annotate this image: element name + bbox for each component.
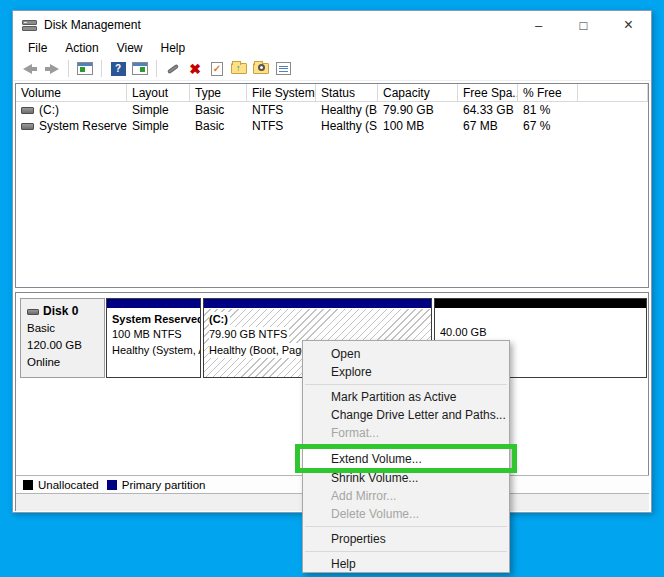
disk-type: Basic bbox=[27, 320, 98, 337]
legend-unallocated: Unallocated bbox=[23, 479, 99, 491]
partition-size: 79.90 GB NTFS bbox=[209, 327, 289, 342]
partition-name: System Reserved bbox=[112, 312, 195, 327]
partition-status: Healthy (System, A bbox=[112, 343, 195, 358]
volume-table-header: Volume Layout Type File System Status Ca… bbox=[16, 84, 648, 102]
title-bar: Disk Management – □ × bbox=[13, 11, 651, 39]
properties-list-icon[interactable] bbox=[274, 60, 292, 77]
disk-status: Online bbox=[27, 354, 98, 371]
menu-help[interactable]: Help bbox=[152, 40, 195, 56]
partition-status: Healthy (Boot, Page bbox=[209, 343, 309, 358]
partition-name: (C:) bbox=[209, 312, 230, 327]
cell-type: Basic bbox=[190, 119, 247, 133]
extend-volume-label: Extend Volume... bbox=[331, 452, 422, 466]
volume-name: (C:) bbox=[39, 103, 59, 117]
window-controls: – □ × bbox=[516, 11, 651, 39]
menu-item-change-drive-letter[interactable]: Change Drive Letter and Paths... bbox=[303, 406, 509, 424]
menu-action[interactable]: Action bbox=[56, 40, 107, 56]
cell-pct-free: 81 % bbox=[518, 103, 578, 117]
table-row-c-drive[interactable]: (C:) Simple Basic NTFS Healthy (B... 79.… bbox=[16, 102, 648, 118]
unallocated-size: 40.00 GB bbox=[440, 325, 641, 340]
column-header-status[interactable]: Status bbox=[316, 84, 378, 101]
cell-capacity: 100 MB bbox=[378, 119, 458, 133]
menu-item-shrink-volume[interactable]: Shrink Volume... bbox=[303, 469, 509, 487]
cell-layout: Simple bbox=[127, 103, 190, 117]
cell-layout: Simple bbox=[127, 119, 190, 133]
toolbar-separator bbox=[101, 60, 102, 77]
toolbar-separator bbox=[156, 60, 157, 77]
volume-list-pane: Volume Layout Type File System Status Ca… bbox=[15, 83, 649, 288]
legend-label: Unallocated bbox=[38, 479, 99, 491]
menu-item-add-mirror: Add Mirror... bbox=[303, 487, 509, 505]
desktop-background: Disk Management – □ × File Action View H… bbox=[0, 0, 664, 577]
menu-item-open[interactable]: Open bbox=[303, 345, 509, 363]
column-header-volume[interactable]: Volume bbox=[16, 84, 127, 101]
column-header-layout[interactable]: Layout bbox=[127, 84, 190, 101]
menu-separator bbox=[305, 526, 507, 527]
minimize-button[interactable]: – bbox=[516, 11, 561, 39]
menu-item-mark-partition-active[interactable]: Mark Partition as Active bbox=[303, 388, 509, 406]
cell-file-system: NTFS bbox=[247, 119, 316, 133]
table-row-system-reserved[interactable]: System Reserved Simple Basic NTFS Health… bbox=[16, 118, 648, 134]
volume-icon bbox=[21, 107, 34, 114]
menu-file[interactable]: File bbox=[19, 40, 56, 56]
open-folder-icon[interactable]: ↑ bbox=[230, 60, 248, 77]
disk-name: Disk 0 bbox=[43, 303, 78, 320]
check-document-icon[interactable]: ✓ bbox=[208, 60, 226, 77]
volume-icon bbox=[21, 123, 34, 130]
show-console-tree-icon[interactable] bbox=[76, 60, 94, 77]
column-header-empty bbox=[578, 84, 648, 101]
disk-size: 120.00 GB bbox=[27, 337, 98, 354]
window-title: Disk Management bbox=[44, 18, 141, 32]
maximize-button[interactable]: □ bbox=[561, 11, 606, 39]
menu-item-properties[interactable]: Properties bbox=[303, 530, 509, 548]
cell-file-system: NTFS bbox=[247, 103, 316, 117]
back-icon[interactable] bbox=[21, 60, 39, 77]
toolbar-separator bbox=[68, 60, 69, 77]
legend-label: Primary partition bbox=[122, 479, 206, 491]
toolbar: ? ✖ ✓ ↑ bbox=[13, 57, 651, 81]
column-header-capacity[interactable]: Capacity bbox=[378, 84, 458, 101]
help-icon[interactable]: ? bbox=[109, 60, 127, 77]
cell-pct-free: 67 % bbox=[518, 119, 578, 133]
update-tool-icon[interactable] bbox=[164, 60, 182, 77]
column-header-free-space[interactable]: Free Spa... bbox=[458, 84, 518, 101]
menu-bar: File Action View Help bbox=[13, 39, 651, 57]
unallocated-swatch bbox=[23, 480, 33, 490]
primary-partition-swatch bbox=[107, 480, 117, 490]
partition-system-reserved[interactable]: System Reserved 100 MB NTFS Healthy (Sys… bbox=[106, 298, 201, 378]
column-header-pct-free[interactable]: % Free bbox=[518, 84, 578, 101]
cell-free-space: 64.33 GB bbox=[458, 103, 518, 117]
cell-type: Basic bbox=[190, 103, 247, 117]
disk-management-app-icon bbox=[22, 19, 38, 31]
column-header-file-system[interactable]: File System bbox=[247, 84, 316, 101]
menu-item-delete-volume: Delete Volume... bbox=[303, 505, 509, 523]
volume-name: System Reserved bbox=[39, 119, 127, 133]
menu-separator bbox=[305, 445, 507, 446]
menu-item-extend-volume[interactable]: Extend Volume... bbox=[303, 449, 509, 469]
cell-status: Healthy (B... bbox=[316, 103, 378, 117]
partition-context-menu: Open Explore Mark Partition as Active Ch… bbox=[302, 340, 510, 573]
menu-item-help[interactable]: Help bbox=[303, 555, 509, 573]
close-button[interactable]: × bbox=[606, 11, 651, 39]
menu-separator bbox=[305, 551, 507, 552]
cell-status: Healthy (S... bbox=[316, 119, 378, 133]
menu-item-explore[interactable]: Explore bbox=[303, 363, 509, 381]
legend-primary-partition: Primary partition bbox=[107, 479, 206, 491]
disk0-label-box[interactable]: Disk 0 Basic 120.00 GB Online bbox=[20, 298, 105, 378]
column-header-type[interactable]: Type bbox=[190, 84, 247, 101]
menu-item-format: Format... bbox=[303, 424, 509, 442]
delete-icon[interactable]: ✖ bbox=[186, 60, 204, 77]
menu-separator bbox=[305, 384, 507, 385]
disk-icon bbox=[27, 309, 39, 315]
primary-partition-strip bbox=[204, 299, 431, 309]
show-action-pane-icon[interactable] bbox=[131, 60, 149, 77]
unallocated-strip bbox=[435, 299, 646, 309]
forward-icon[interactable] bbox=[43, 60, 61, 77]
menu-view[interactable]: View bbox=[108, 40, 152, 56]
explore-folder-icon[interactable] bbox=[252, 60, 270, 77]
cell-free-space: 67 MB bbox=[458, 119, 518, 133]
cell-capacity: 79.90 GB bbox=[378, 103, 458, 117]
primary-partition-strip bbox=[107, 299, 200, 309]
partition-size: 100 MB NTFS bbox=[112, 327, 195, 342]
